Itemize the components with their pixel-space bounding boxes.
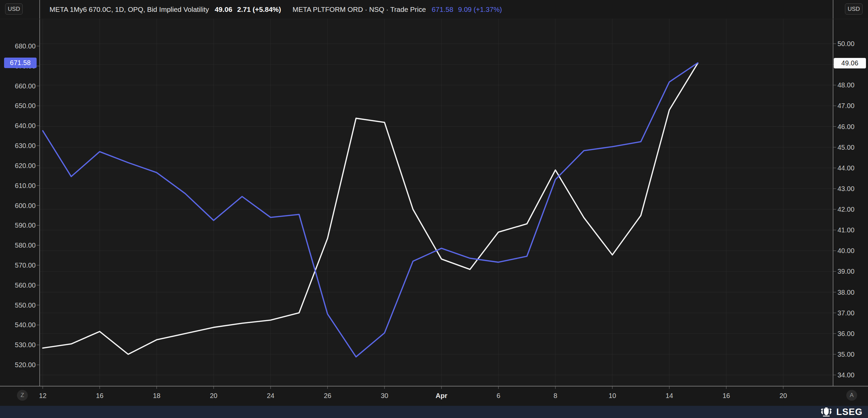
left-axis-tick-label: 520.00 bbox=[15, 361, 36, 369]
left-axis-tick-label: 580.00 bbox=[15, 242, 36, 249]
x-axis-label: 16 bbox=[723, 392, 730, 399]
left-axis-tick-label: 610.00 bbox=[15, 182, 36, 189]
left-axis-tick-label: 550.00 bbox=[15, 301, 36, 309]
auto-scale-button[interactable]: A bbox=[846, 390, 857, 401]
right-axis-tick-label: 43.00 bbox=[837, 185, 854, 192]
legend-implied-volatility[interactable]: META 1My6 670.0C, 1D, OPQ, Bid Implied V… bbox=[50, 5, 209, 14]
plot-area bbox=[40, 19, 833, 386]
price-volatility-chart: 520.00530.00540.00550.00560.00570.00580.… bbox=[0, 0, 868, 418]
x-axis-label: 18 bbox=[153, 392, 160, 399]
left-axis-tick-label: 530.00 bbox=[15, 341, 36, 349]
left-axis-tick-label: 650.00 bbox=[15, 102, 36, 109]
trade-price-last-value: 671.58 bbox=[432, 5, 453, 14]
right-axis-tick-label: 46.00 bbox=[837, 123, 854, 130]
legend-trade-price[interactable]: META PLTFORM ORD · NSQ · Trade Price bbox=[293, 5, 426, 14]
right-axis-tick-label: 41.00 bbox=[837, 226, 854, 234]
chart-legend: META 1My6 670.0C, 1D, OPQ, Bid Implied V… bbox=[50, 0, 502, 19]
x-axis-label: 26 bbox=[324, 392, 331, 399]
left-axis-tick-label: 630.00 bbox=[15, 142, 36, 149]
left-axis-tick-label: 640.00 bbox=[15, 122, 36, 129]
current-price-badge: 671.58 bbox=[4, 58, 37, 68]
right-axis-tick-label: 42.00 bbox=[837, 206, 854, 213]
right-axis-tick-label: 50.00 bbox=[837, 40, 854, 47]
right-axis-currency-button[interactable]: USD bbox=[845, 3, 863, 15]
implied-volatility-last-value: 49.06 bbox=[215, 5, 232, 14]
left-axis-tick-label: 620.00 bbox=[15, 162, 36, 169]
right-axis-tick-label: 38.00 bbox=[837, 289, 854, 296]
x-axis-label: 20 bbox=[210, 392, 217, 399]
x-axis-label: 12 bbox=[39, 392, 46, 399]
implied-volatility-change: 2.71 (+5.84%) bbox=[237, 5, 281, 14]
chart-header: USD META 1My6 670.0C, 1D, OPQ, Bid Impli… bbox=[0, 0, 868, 19]
zoom-button[interactable]: Z bbox=[17, 390, 28, 401]
x-axis-label: 14 bbox=[666, 392, 673, 399]
left-axis-currency-button[interactable]: USD bbox=[5, 3, 23, 15]
footer-bar: LSEG bbox=[0, 406, 868, 418]
lseg-logo-text: LSEG bbox=[836, 407, 863, 417]
current-iv-badge: 49.06 bbox=[834, 58, 866, 68]
right-axis-tick-label: 37.00 bbox=[837, 309, 854, 317]
x-axis-label: 10 bbox=[609, 392, 616, 399]
lseg-crest-icon bbox=[820, 407, 833, 417]
right-axis-tick-label: 36.00 bbox=[837, 330, 854, 337]
x-axis-label: 16 bbox=[96, 392, 103, 399]
right-axis-tick-label: 48.00 bbox=[837, 81, 854, 89]
x-axis-label: 30 bbox=[381, 392, 388, 399]
x-axis-label: 24 bbox=[267, 392, 274, 399]
right-axis-tick-label: 45.00 bbox=[837, 144, 854, 151]
right-axis-tick-label: 44.00 bbox=[837, 164, 854, 172]
lseg-chart-app: 520.00530.00540.00550.00560.00570.00580.… bbox=[0, 0, 868, 418]
right-axis-tick-label: 34.00 bbox=[837, 371, 854, 379]
trade-price-change: 9.09 (+1.37%) bbox=[458, 5, 502, 14]
right-axis-tick-label: 35.00 bbox=[837, 351, 854, 358]
right-axis-tick-label: 47.00 bbox=[837, 102, 854, 109]
x-axis-label: 6 bbox=[496, 392, 500, 399]
left-axis-tick-label: 540.00 bbox=[15, 321, 36, 329]
x-axis-label: Apr bbox=[436, 392, 448, 399]
left-axis-tick-label: 590.00 bbox=[15, 222, 36, 229]
right-axis-tick-label: 40.00 bbox=[837, 247, 854, 254]
left-axis-tick-label: 680.00 bbox=[15, 42, 36, 50]
left-axis-tick-label: 660.00 bbox=[15, 82, 36, 90]
x-axis-label: 8 bbox=[553, 392, 557, 399]
left-axis-tick-label: 600.00 bbox=[15, 202, 36, 209]
right-axis-tick-label: 39.00 bbox=[837, 268, 854, 275]
left-axis-tick-label: 570.00 bbox=[15, 262, 36, 269]
left-axis-tick-label: 560.00 bbox=[15, 281, 36, 289]
x-axis-label: 20 bbox=[780, 392, 787, 399]
